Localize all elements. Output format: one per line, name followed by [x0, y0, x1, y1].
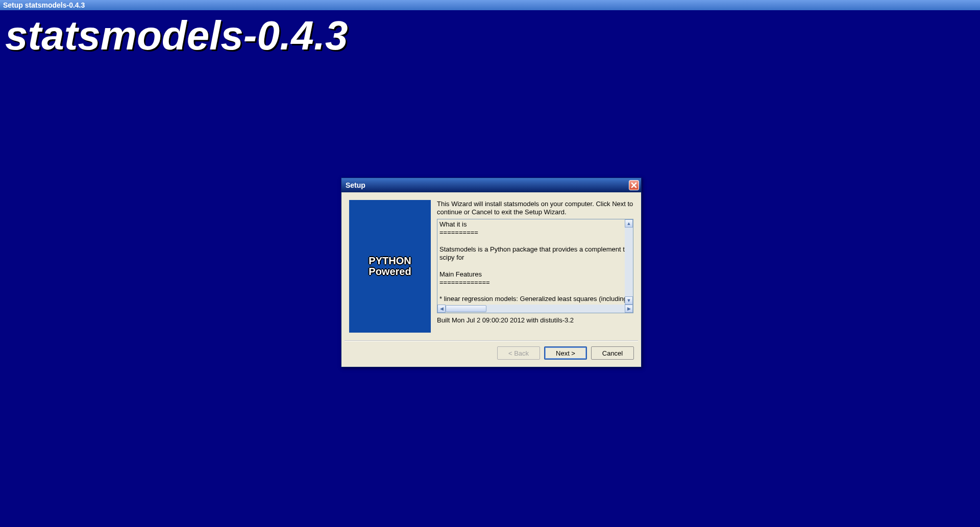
description-line: What it is — [439, 220, 631, 229]
description-textarea[interactable]: What it is========== Statsmodels is a Py… — [437, 219, 633, 313]
wizard-content: This Wizard will install statsmodels on … — [437, 200, 633, 333]
vertical-scrollbar[interactable]: ▲ ▼ — [625, 219, 633, 305]
outer-window-title: Setup statsmodels-0.4.3 — [3, 1, 85, 9]
description-line — [439, 287, 631, 295]
python-powered-logo: PYTHON Powered — [369, 256, 411, 277]
page-hero-title: statsmodels-0.4.3 — [0, 10, 980, 61]
cancel-button[interactable]: Cancel — [591, 346, 634, 360]
logo-line1: PYTHON — [369, 256, 411, 266]
description-line: Main Features — [439, 270, 631, 279]
back-button: < Back — [497, 346, 540, 360]
outer-window-titlebar: Setup statsmodels-0.4.3 — [0, 0, 980, 10]
dialog-body: PYTHON Powered This Wizard will install … — [341, 192, 641, 340]
dialog-footer: < Back Next > Cancel — [341, 341, 641, 367]
dialog-title: Setup — [344, 181, 365, 189]
close-icon — [631, 182, 637, 188]
scroll-down-button[interactable]: ▼ — [625, 296, 633, 305]
setup-dialog: Setup PYTHON Powered This Wizard will in… — [341, 178, 642, 367]
scroll-thumb-h[interactable] — [446, 305, 486, 312]
description-line: Statsmodels is a Python package that pro… — [439, 245, 631, 262]
scroll-up-button[interactable]: ▲ — [625, 219, 633, 228]
close-button[interactable] — [629, 180, 639, 190]
horizontal-scrollbar[interactable]: ◀ ▶ — [437, 305, 633, 313]
wizard-side-image: PYTHON Powered — [349, 200, 431, 333]
scroll-left-button[interactable]: ◀ — [437, 305, 446, 313]
description-line: ========== — [439, 229, 631, 237]
dialog-titlebar[interactable]: Setup — [341, 178, 641, 192]
built-info-text: Built Mon Jul 2 09:00:20 2012 with distu… — [437, 316, 633, 324]
next-button[interactable]: Next > — [544, 346, 587, 360]
scroll-track-v[interactable] — [625, 228, 633, 296]
wizard-intro-text: This Wizard will install statsmodels on … — [437, 200, 633, 216]
scroll-track-h[interactable] — [486, 305, 625, 313]
description-line — [439, 262, 631, 270]
description-content: What it is========== Statsmodels is a Py… — [437, 219, 633, 313]
description-line: ============= — [439, 279, 631, 287]
description-line — [439, 237, 631, 245]
scroll-right-button[interactable]: ▶ — [625, 305, 633, 313]
logo-line2: Powered — [369, 266, 411, 277]
